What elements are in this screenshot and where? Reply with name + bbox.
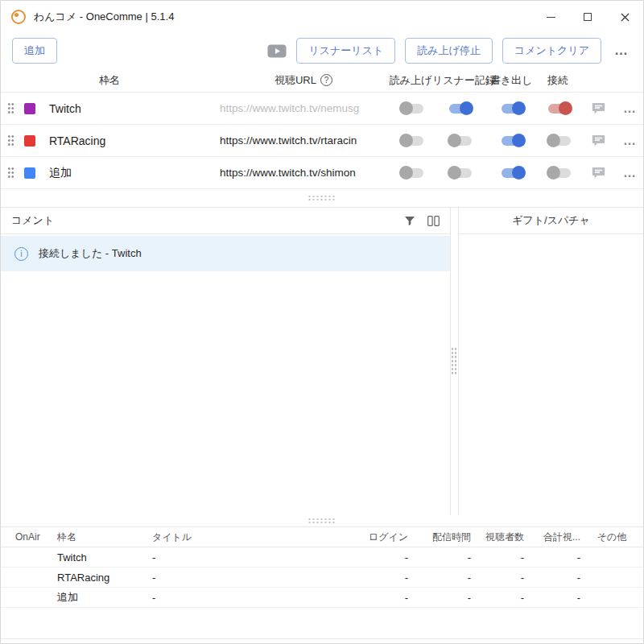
row-more-button[interactable]: …	[616, 166, 643, 180]
status-row-rtaracing: RTARacing - - - - -	[1, 568, 643, 588]
status-row-tsuika: 追加 - - - - -	[1, 588, 643, 608]
comment-panel-title: コメント	[11, 213, 54, 228]
listener-log-toggle[interactable]	[449, 104, 472, 114]
frame-row-twitch: Twitch https://www.twitch.tv/nemusg …	[1, 93, 643, 125]
row-more-button[interactable]: …	[616, 101, 643, 116]
gift-panel: ギフト/スパチャ	[458, 208, 643, 515]
gift-panel-header: ギフト/スパチャ	[459, 208, 643, 234]
add-frame-button[interactable]: 追加	[12, 38, 57, 64]
gift-panel-title: ギフト/スパチャ	[512, 213, 590, 228]
window-controls	[532, 1, 643, 33]
listener-list-button[interactable]: リスナーリスト	[296, 38, 395, 64]
connect-toggle[interactable]	[548, 136, 571, 146]
titlebar: わんコメ - OneComme | 5.1.4	[1, 1, 643, 33]
column-name: 枠名	[57, 530, 152, 544]
drag-handle-icon[interactable]	[7, 134, 14, 147]
export-toggle[interactable]	[502, 104, 524, 114]
frame-name[interactable]: Twitch	[39, 102, 220, 115]
login-cell: -	[344, 592, 408, 604]
column-frame-name: 枠名	[1, 73, 218, 88]
comment-panel: コメント i 接続しました - Twitch	[1, 208, 451, 515]
row-more-button[interactable]: …	[616, 134, 643, 148]
duration-cell: -	[408, 572, 471, 584]
tts-stop-button[interactable]: 読み上げ停止	[405, 38, 493, 64]
vertical-splitter[interactable]	[451, 208, 458, 515]
bottom-splitter[interactable]	[1, 515, 643, 526]
splitter-grip-icon[interactable]	[451, 347, 458, 376]
column-duration: 配信時間	[408, 530, 471, 544]
close-button[interactable]	[606, 1, 643, 33]
minimize-icon	[547, 17, 555, 18]
maximize-button[interactable]	[569, 1, 606, 33]
tts-toggle[interactable]	[401, 136, 423, 146]
window-footer	[1, 608, 643, 643]
horizontal-splitter[interactable]	[1, 189, 643, 207]
comment-panel-header: コメント	[1, 208, 450, 234]
youtube-icon[interactable]	[267, 44, 287, 58]
frame-color-swatch[interactable]	[24, 135, 35, 147]
frame-color-swatch[interactable]	[24, 103, 35, 114]
watch-url-input[interactable]: https://www.twitch.tv/rtaracin	[220, 134, 390, 147]
column-connect: 接続	[537, 73, 579, 88]
frame-name[interactable]: RTARacing	[39, 134, 220, 147]
status-row-twitch: Twitch - - - - -	[1, 547, 643, 568]
column-title: タイトル	[152, 530, 344, 544]
minimize-button[interactable]	[532, 1, 569, 33]
column-onair: OnAir	[15, 531, 57, 543]
maximize-icon	[584, 13, 592, 21]
toolbar-more-button[interactable]: …	[611, 43, 632, 59]
drag-handle-icon[interactable]	[7, 167, 14, 179]
name-cell: Twitch	[57, 551, 152, 564]
export-toggle[interactable]	[502, 168, 524, 178]
column-tts: 読み上げ	[389, 73, 432, 88]
splitter-grip-icon[interactable]	[308, 195, 336, 202]
app-logo-icon	[11, 10, 26, 24]
total-viewers-cell: -	[524, 551, 580, 564]
viewers-cell: -	[471, 592, 524, 604]
duration-cell: -	[408, 592, 471, 604]
column-watch-url: 視聴URL ?	[218, 73, 389, 88]
main-panels: コメント i 接続しました - Twitch ギフト/スパチャ	[1, 207, 643, 515]
frame-name[interactable]: 追加	[39, 166, 220, 180]
filter-icon[interactable]	[404, 216, 415, 226]
listener-log-toggle[interactable]	[449, 136, 472, 146]
comment-clear-button[interactable]: コメントクリア	[502, 38, 601, 64]
column-other: その他	[580, 530, 643, 544]
title-cell: -	[152, 592, 344, 604]
frame-row-rtaracing: RTARacing https://www.twitch.tv/rtaracin…	[1, 125, 643, 157]
watch-url-input[interactable]: https://www.twitch.tv/nemusg	[220, 102, 390, 114]
chat-bubble-icon[interactable]	[592, 102, 605, 115]
status-table-header: OnAir 枠名 タイトル ログイン 配信時間 視聴者数 合計視... その他	[1, 526, 643, 547]
watch-url-input[interactable]: https://www.twitch.tv/shimon	[220, 167, 390, 179]
connect-toggle[interactable]	[548, 104, 571, 114]
info-icon: i	[14, 247, 28, 261]
columns-icon[interactable]	[427, 216, 440, 226]
tts-toggle[interactable]	[401, 168, 423, 178]
viewers-cell: -	[471, 572, 524, 584]
system-message-text: 接続しました - Twitch	[39, 246, 142, 261]
login-cell: -	[344, 572, 408, 584]
column-total-viewers: 合計視...	[524, 530, 580, 544]
watch-url-label: 視聴URL	[275, 73, 316, 88]
stream-status-table: OnAir 枠名 タイトル ログイン 配信時間 視聴者数 合計視... その他 …	[1, 526, 643, 608]
listener-log-toggle[interactable]	[449, 168, 472, 178]
viewers-cell: -	[471, 551, 524, 564]
column-export: 書き出し	[485, 73, 537, 88]
tts-toggle[interactable]	[401, 104, 423, 114]
export-toggle[interactable]	[502, 136, 524, 146]
chat-bubble-icon[interactable]	[592, 134, 605, 147]
total-viewers-cell: -	[524, 592, 580, 604]
help-icon[interactable]: ?	[320, 74, 332, 86]
column-viewers: 視聴者数	[471, 530, 524, 544]
close-icon	[621, 13, 630, 22]
name-cell: RTARacing	[57, 572, 152, 584]
frame-color-swatch[interactable]	[24, 167, 35, 179]
connect-toggle[interactable]	[548, 168, 571, 178]
duration-cell: -	[408, 551, 471, 564]
toolbar: 追加 リスナーリスト 読み上げ停止 コメントクリア …	[1, 33, 643, 68]
chat-bubble-icon[interactable]	[592, 167, 605, 180]
splitter-grip-icon[interactable]	[308, 518, 336, 525]
frames-table-header: 枠名 視聴URL ? 読み上げ リスナー記録 書き出し 接続	[1, 68, 643, 93]
drag-handle-icon[interactable]	[7, 102, 14, 114]
system-message-row: i 接続しました - Twitch	[1, 236, 450, 271]
